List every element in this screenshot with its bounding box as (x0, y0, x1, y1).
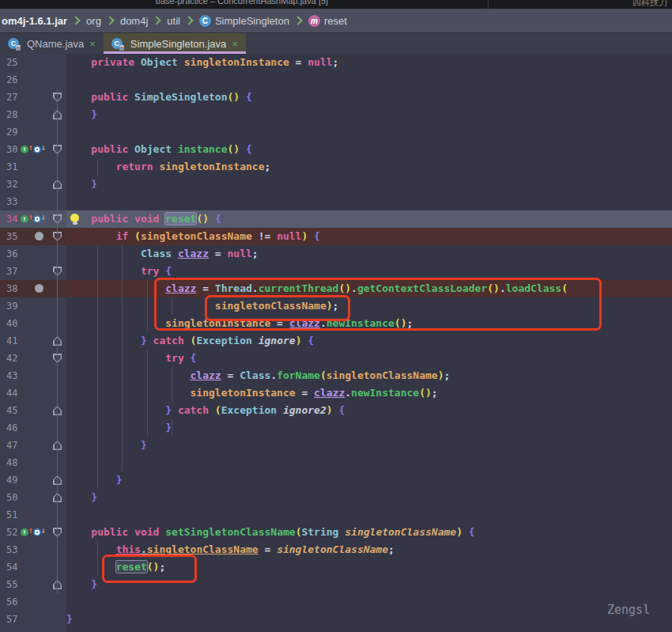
line-number: 27 (6, 89, 17, 106)
code-line[interactable]: 39 singletonClassName); (0, 297, 672, 315)
code-text[interactable]: public SimpleSingleton() { (66, 89, 672, 106)
code-text[interactable] (66, 123, 672, 141)
code-line[interactable]: 28 } (0, 106, 672, 123)
code-text[interactable]: return singletonInstance; (66, 158, 672, 176)
gutter[interactable]: 25 (0, 54, 66, 71)
code-line[interactable]: 52↑↑↓ public void setSingletonClassName(… (0, 524, 672, 541)
code-line[interactable]: 51 (0, 506, 672, 524)
code-line[interactable]: 41 } catch (Exception ignore) { (0, 332, 672, 350)
close-tab-icon[interactable]: × (232, 39, 238, 49)
code-line[interactable]: 29 (0, 123, 672, 141)
code-text[interactable]: singletonInstance = clazz.newInstance(); (66, 315, 672, 332)
gutter[interactable]: 56 (0, 593, 66, 611)
overridden-down-icon[interactable]: ↓ (33, 214, 45, 225)
code-text[interactable]: reset(); (66, 558, 672, 576)
code-text[interactable]: if (singletonClassName != null) { (66, 228, 672, 245)
token: } (165, 422, 172, 433)
code-text[interactable] (66, 628, 672, 632)
gutter[interactable]: 26 (0, 71, 66, 89)
code-text[interactable] (66, 506, 672, 524)
breadcrumb-item-dom4j[interactable]: dom4j (120, 15, 148, 27)
code-text[interactable]: } (66, 437, 672, 454)
code-text[interactable]: private Object singletonInstance = null; (66, 54, 672, 71)
code-line[interactable]: 50 } (0, 489, 672, 506)
code-text[interactable]: singletonInstance = clazz.newInstance(); (66, 384, 672, 402)
code-line[interactable]: 37 try { (0, 263, 672, 280)
breadcrumb-item-om4j-1-6-1-jar[interactable]: om4j-1.6.1.jar (2, 15, 67, 27)
code-text[interactable]: clazz = Class.forName(singletonClassName… (66, 367, 672, 384)
tab-simplesingleton-java[interactable]: CSimpleSingleton.java× (104, 33, 246, 54)
code-line[interactable]: 42 try { (0, 350, 672, 367)
line-number: 52 (6, 524, 17, 541)
code-text[interactable]: Class clazz = null; (66, 245, 672, 263)
code-line[interactable]: 48 (0, 454, 672, 471)
code-line[interactable]: 36 Class clazz = null; (0, 245, 672, 263)
code-line[interactable]: 55 } (0, 576, 672, 593)
token: singletonInstance (191, 387, 296, 399)
code-line[interactable]: 34↑↑↓ public void reset() { (0, 210, 672, 228)
lightbulb-icon[interactable] (70, 214, 80, 225)
code-line[interactable]: 54 reset(); (0, 558, 672, 576)
code-text[interactable] (66, 454, 672, 471)
code-text[interactable]: } catch (Exception ignore) { (66, 332, 672, 350)
code-line[interactable]: 32 } (0, 176, 672, 193)
token: . (270, 369, 277, 381)
overridden-down-icon[interactable]: ↓ (33, 527, 45, 538)
code-text[interactable]: } (66, 419, 672, 437)
code-text[interactable] (66, 593, 672, 611)
code-text[interactable] (66, 71, 672, 89)
breakpoint-icon[interactable] (35, 284, 43, 293)
code-text[interactable]: try { (66, 350, 672, 367)
code-text[interactable]: public Object instance() { (66, 141, 672, 158)
code-line[interactable]: 33 (0, 193, 672, 210)
code-text[interactable]: } (66, 576, 672, 593)
gutter[interactable]: 57 (0, 611, 66, 628)
breakpoint-icon[interactable] (35, 232, 43, 240)
breadcrumb-item-util[interactable]: util (167, 15, 180, 27)
code-line[interactable]: 53 this.singletonClassName = singletonCl… (0, 541, 672, 558)
editor[interactable]: Zengsl 25 private Object singletonInstan… (0, 54, 672, 632)
code-line[interactable]: 40 singletonInstance = clazz.newInstance… (0, 315, 672, 332)
code-text[interactable]: } (66, 611, 672, 628)
token: ; (252, 248, 259, 259)
code-text[interactable]: public void reset() { (66, 210, 672, 228)
code-text[interactable]: public void setSingletonClassName(String… (66, 524, 672, 541)
code-line[interactable]: 26 (0, 71, 672, 89)
token: ) (456, 526, 462, 538)
breadcrumb-item-reset[interactable]: mreset (308, 15, 347, 27)
code-line[interactable]: 44 singletonInstance = clazz.newInstance… (0, 384, 672, 402)
override-up-icon[interactable]: ↑↑ (21, 214, 32, 225)
code-text[interactable]: } (66, 489, 672, 506)
code-line[interactable]: 47 } (0, 437, 672, 454)
code-line[interactable]: 46 } (0, 419, 672, 437)
code-text[interactable]: try { (66, 263, 672, 280)
code-line[interactable]: 43 clazz = Class.forName(singletonClassN… (0, 367, 672, 384)
code-line[interactable]: 58 (0, 628, 672, 632)
code-line[interactable]: 45 } catch (Exception ignore2) { (0, 402, 672, 419)
code-line[interactable]: 38 clazz = Thread.currentThread().getCon… (0, 280, 672, 297)
overridden-down-icon[interactable]: ↓ (33, 144, 45, 155)
code-line[interactable]: 25 private Object singletonInstance = nu… (0, 54, 672, 71)
code-line[interactable]: 30↑↑↓ public Object instance() { (0, 141, 672, 158)
close-tab-icon[interactable]: × (89, 39, 96, 49)
code-line[interactable]: 49 } (0, 471, 672, 489)
code-line[interactable]: 35 if (singletonClassName != null) { (0, 228, 672, 245)
code-line[interactable]: 31 return singletonInstance; (0, 158, 672, 176)
code-line[interactable]: 27 public SimpleSingleton() { (0, 89, 672, 106)
code-text[interactable]: singletonClassName); (66, 297, 672, 315)
gutter[interactable]: 58 (0, 628, 66, 632)
code-text[interactable]: } (66, 471, 672, 489)
code-line[interactable]: 56 (0, 593, 672, 611)
code-text[interactable]: } catch (Exception ignore2) { (66, 402, 672, 419)
code-line[interactable]: 57} (0, 611, 672, 628)
code-text[interactable]: } (66, 176, 672, 193)
breadcrumb-item-org[interactable]: org (86, 15, 101, 27)
code-text[interactable]: } (66, 106, 672, 123)
breadcrumb-item-simplesingleton[interactable]: CSimpleSingleton (199, 15, 289, 27)
code-text[interactable]: clazz = Thread.currentThread().getContex… (66, 280, 672, 297)
override-up-icon[interactable]: ↑↑ (21, 527, 32, 538)
override-up-icon[interactable]: ↑↑ (21, 144, 32, 155)
code-text[interactable]: this.singletonClassName = singletonClass… (66, 541, 672, 558)
tab-qname-java[interactable]: CQName.java× (0, 33, 104, 54)
code-text[interactable] (66, 193, 672, 210)
